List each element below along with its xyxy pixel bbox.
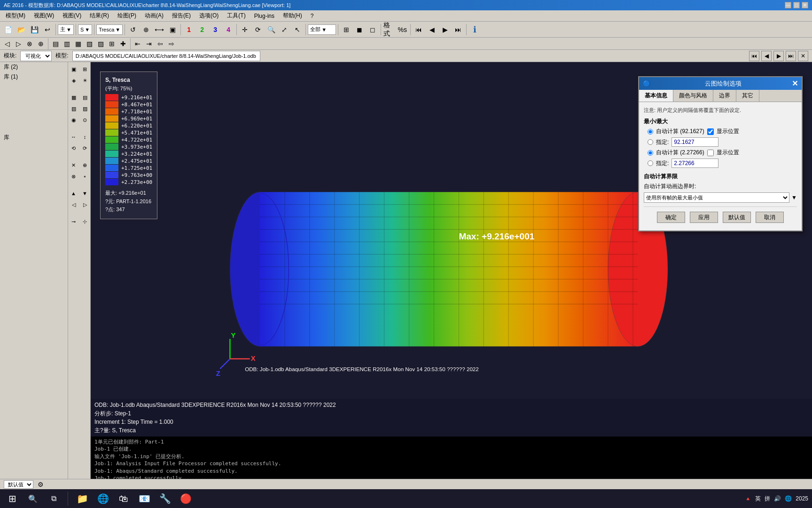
nav-last[interactable]: ⏭ (786, 51, 796, 61)
licon-17[interactable]: ⊗ (69, 171, 79, 182)
max-spec-input[interactable] (671, 137, 718, 147)
menu-question[interactable]: ? (307, 12, 318, 20)
close-button[interactable]: ✕ (802, 2, 808, 8)
fit-btn[interactable]: ⤢ (278, 24, 290, 36)
move-btn[interactable]: ✛ (239, 24, 251, 36)
explorer-button[interactable]: 📁 (74, 490, 91, 507)
dialog-tab-boundary[interactable]: 边界 (713, 90, 736, 102)
licon-22[interactable]: ▷ (80, 199, 90, 210)
sidebar-item-4[interactable]: 库 (0, 133, 68, 143)
tb2-anim1[interactable]: ⇤ (133, 39, 143, 49)
licon-8[interactable]: ▨ (80, 103, 90, 114)
licon-11[interactable]: ↔ (69, 132, 79, 142)
next-btn[interactable]: ▶ (439, 24, 451, 36)
model-path-input[interactable] (72, 51, 260, 61)
next-frame[interactable]: ⏭ (452, 24, 464, 36)
num2-btn[interactable]: 2 (196, 24, 208, 36)
taskbar-lang-zh[interactable]: 拼 (765, 495, 770, 503)
main-dropdown[interactable]: 主▼ (58, 24, 74, 35)
licon-7[interactable]: ▧ (69, 103, 79, 114)
s-dropdown[interactable]: S▼ (78, 24, 92, 35)
zoom-btn[interactable]: 🔍 (265, 24, 277, 36)
tb2-plot3[interactable]: ▦ (73, 39, 83, 49)
licon-3[interactable]: ◈ (69, 75, 79, 86)
minimize-button[interactable]: — (785, 2, 791, 8)
nav-close[interactable]: ✕ (798, 51, 808, 61)
status-dropdown[interactable]: 默认值 (4, 480, 33, 489)
licon-4[interactable]: ☀ (80, 75, 90, 86)
menu-tools[interactable]: 工具(T) (223, 11, 249, 21)
num3-btn[interactable]: 3 (209, 24, 221, 36)
menu-view-w[interactable]: 视图(W) (30, 11, 58, 21)
toolbar-new[interactable]: 📄 (2, 24, 14, 36)
wire-btn[interactable]: ◻ (367, 24, 379, 36)
axis-btn[interactable]: ⊕ (140, 24, 152, 36)
dialog-tab-basic[interactable]: 基本信息 (639, 90, 673, 102)
nav-prev[interactable]: ◀ (761, 51, 772, 61)
module-dropdown[interactable]: 可视化 (20, 51, 52, 61)
licon-9[interactable]: ◉ (69, 115, 79, 125)
view-btn[interactable]: ▣ (166, 24, 179, 36)
tb2-plot5[interactable]: ▨ (95, 39, 106, 49)
tresca-dropdown[interactable]: Tresca▼ (96, 24, 123, 35)
cursor-btn[interactable]: ↖ (291, 24, 304, 36)
menu-model[interactable]: 模型(M) (2, 11, 29, 21)
licon-20[interactable]: ▼ (80, 188, 90, 198)
min-auto-radio[interactable] (648, 150, 653, 156)
sidebar-item-0[interactable]: 库 (2) (0, 62, 68, 72)
transform-btn[interactable]: ↺ (127, 24, 139, 36)
tb2-plot6[interactable]: ⊞ (107, 39, 117, 49)
apply-button[interactable]: 应用 (690, 212, 718, 223)
browser-button[interactable]: 🌐 (94, 490, 111, 507)
licon-1[interactable]: ▣ (69, 64, 79, 74)
dialog-tab-other[interactable]: 其它 (736, 90, 759, 102)
licon-19[interactable]: ▲ (69, 188, 79, 198)
tb2-plot4[interactable]: ▧ (84, 39, 94, 49)
toolbar-open[interactable]: 📂 (15, 24, 27, 36)
menu-results[interactable]: 结果(R) (86, 11, 113, 21)
maximize-button[interactable]: □ (793, 2, 800, 8)
licon-24[interactable]: ⊹ (80, 216, 90, 227)
min-spec-input[interactable] (671, 159, 718, 168)
licon-6[interactable]: ▤ (80, 92, 90, 103)
nav-next[interactable]: ▶ (773, 51, 784, 61)
tb2-plot2[interactable]: ▥ (62, 39, 72, 49)
toolbar-save[interactable]: 💾 (28, 24, 40, 36)
taskview-button[interactable]: ⧉ (45, 490, 62, 507)
min-show-pos-check[interactable] (707, 150, 714, 156)
tb2-icon1[interactable]: ◁ (2, 39, 12, 49)
menu-plugins[interactable]: Plug-ins (250, 12, 278, 20)
max-show-pos-check[interactable] (707, 128, 714, 135)
sidebar-item-1[interactable]: 库 (1) (0, 72, 68, 82)
max-spec-radio[interactable] (648, 139, 653, 145)
start-button[interactable]: ⊞ (4, 490, 21, 507)
min-spec-radio[interactable] (648, 160, 653, 166)
taskbar-tray[interactable]: 🔺 (745, 496, 751, 502)
licon-23[interactable]: ⊸ (69, 216, 79, 227)
taskbar-lang-en[interactable]: 英 (755, 495, 761, 503)
viewport[interactable]: Max: +9.216e+001 Y X Z ODB: Job-1.odb Ab… (91, 62, 812, 437)
licon-12[interactable]: ↕ (80, 132, 90, 142)
prev-frame[interactable]: ⏮ (413, 24, 425, 36)
licon-21[interactable]: ◁ (69, 199, 79, 210)
licon-14[interactable]: ⟳ (80, 143, 90, 153)
tb2-icon3[interactable]: ⊗ (24, 39, 35, 49)
info-btn[interactable]: ℹ (468, 24, 481, 36)
status-settings-btn[interactable]: ⚙ (35, 480, 46, 489)
menu-options[interactable]: 选项(O) (195, 11, 222, 21)
tb2-anim2[interactable]: ⇥ (144, 39, 154, 49)
licon-5[interactable]: ▦ (69, 92, 79, 103)
record-button[interactable]: 🔴 (177, 490, 194, 507)
licon-2[interactable]: ⊞ (80, 64, 90, 74)
nav-first[interactable]: ⏮ (749, 51, 759, 61)
dialog-close-button[interactable]: ✕ (792, 79, 798, 88)
licon-16[interactable]: ⊕ (80, 160, 90, 170)
search-button[interactable]: 🔍 (24, 490, 41, 507)
tb2-plot7[interactable]: ✚ (118, 39, 128, 49)
tb2-anim3[interactable]: ⇦ (155, 39, 165, 49)
licon-13[interactable]: ⟲ (69, 143, 79, 153)
menu-report[interactable]: 报告(E) (168, 11, 195, 21)
dialog-tab-color[interactable]: 颜色与风格 (673, 90, 713, 102)
tb2-icon4[interactable]: ⊕ (36, 39, 46, 49)
tb2-plot1[interactable]: ▤ (50, 39, 61, 49)
